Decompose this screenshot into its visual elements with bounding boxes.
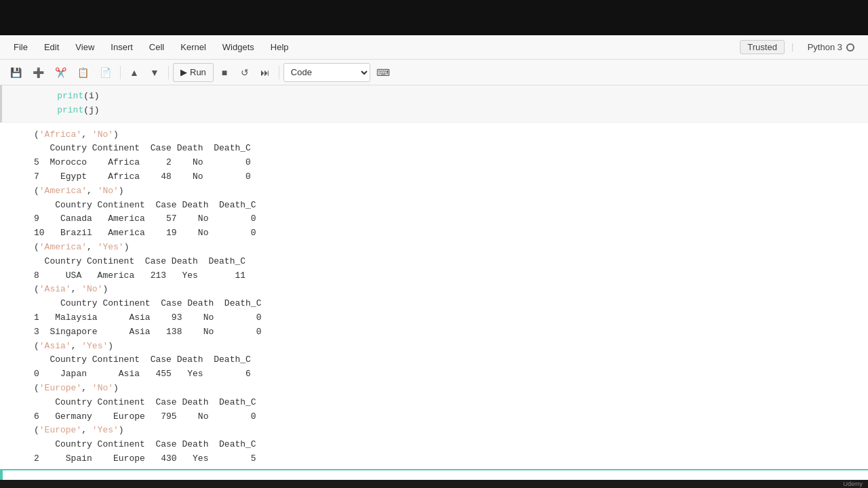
menu-bar: File Edit View Insert Cell Kernel Widget… [0,35,868,60]
cell-type-select[interactable]: Code Markdown Raw NBConvert Heading [283,63,370,82]
output-text: ('Africa', 'No') Country Continent Case … [34,128,863,469]
menu-cell[interactable]: Cell [142,39,171,55]
sep2 [168,66,169,79]
copy-button[interactable]: 📋 [73,63,94,82]
toolbar: 💾 ➕ ✂️ 📋 📄 ▲ ▼ ▶ Run ■ ↺ ⏭ Code Markdown… [0,60,868,85]
cut-button[interactable]: ✂️ [50,63,71,82]
menu-help[interactable]: Help [264,39,296,55]
menu-file[interactable]: File [7,39,35,55]
add-cell-button[interactable]: ➕ [28,63,49,82]
menu-widgets[interactable]: Widgets [216,39,261,55]
top-bar [0,0,868,35]
notebook: print(i) print(j) ('Africa', 'No') Count… [0,85,868,488]
save-button[interactable]: 💾 [5,63,26,82]
kernel-status-icon [846,43,854,52]
paste-button[interactable]: 📄 [95,63,116,82]
run-icon: ▶ [180,67,187,77]
menu-view[interactable]: View [68,39,101,55]
restart-button[interactable]: ↺ [235,63,254,82]
sep1 [120,66,121,79]
code-line-1: print(i) print(j) [36,89,864,118]
python-label: Python 3 [808,42,842,52]
stop-button[interactable]: ■ [215,63,234,82]
menu-kernel[interactable]: Kernel [174,39,213,55]
menu-insert[interactable]: Insert [104,39,140,55]
sep3 [279,66,279,79]
run-label: Run [190,67,206,77]
move-up-button[interactable]: ▲ [125,63,144,82]
keyboard-button[interactable]: ⌨ [372,63,395,82]
move-down-button[interactable]: ▼ [145,63,164,82]
watermark-text: Udemy [843,481,863,487]
bottom-bar: Udemy [0,480,868,488]
menu-edit[interactable]: Edit [37,39,66,55]
run-button[interactable]: ▶ Run [173,63,214,82]
python-badge: Python 3 [801,41,861,54]
code-cell: print(i) print(j) [0,85,868,123]
restart-run-button[interactable]: ⏭ [256,63,275,82]
cell-output: ('Africa', 'No') Country Continent Case … [0,123,868,469]
trusted-badge: Trusted [740,40,785,54]
